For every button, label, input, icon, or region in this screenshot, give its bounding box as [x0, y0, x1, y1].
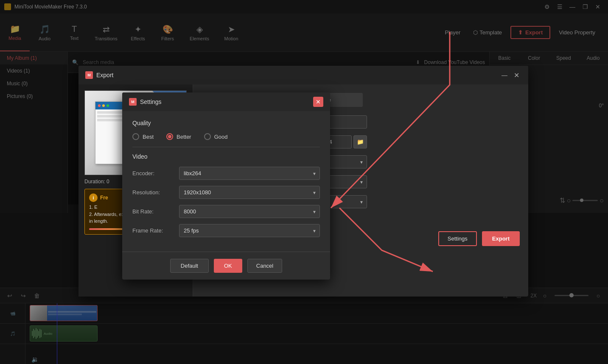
notice-title: Fre — [100, 195, 108, 201]
notice-icon: i — [89, 193, 98, 202]
export-close-button[interactable]: ✕ — [511, 70, 521, 80]
settings-frame-rate-field: Frame Rate: 25 fps 30 fps 60 fps ▼ — [132, 224, 320, 237]
quality-title: Quality — [132, 120, 320, 126]
settings-resolution-label: Resolution: — [132, 189, 179, 196]
app-wrapper: MiniTool MovieMaker Free 7.3.0 ⚙ ☰ — ❐ ✕… — [0, 0, 608, 364]
settings-frame-rate-select[interactable]: 25 fps 30 fps 60 fps — [179, 224, 320, 237]
bit-rate-select[interactable]: 8000 16000 4000 — [179, 205, 320, 218]
bit-rate-label: Bit Rate: — [132, 208, 179, 215]
quality-better[interactable]: Better — [166, 133, 191, 140]
quality-options: Best Better Good — [132, 133, 320, 140]
settings-resolution-field: Resolution: 1920x1080 1280x720 ▼ — [132, 186, 320, 199]
encoder-field: Encoder: libx264 libx265 ▼ — [132, 167, 320, 180]
settings-header: M Settings ✕ — [122, 92, 330, 111]
settings-footer: Default OK Cancel — [122, 252, 330, 280]
export-modal-header: M Export — ✕ — [78, 66, 528, 84]
video-section-title: Video — [132, 153, 320, 160]
quality-best[interactable]: Best — [132, 133, 154, 140]
settings-content: Quality Best Better Good — [122, 111, 330, 252]
encoder-select[interactable]: libx264 libx265 — [179, 167, 320, 180]
settings-frame-rate-label: Frame Rate: — [132, 227, 179, 234]
encoder-label: Encoder: — [132, 170, 179, 176]
export-modal-logo: M — [85, 71, 93, 79]
settings-close-button[interactable]: ✕ — [313, 97, 323, 107]
settings-modal: M Settings ✕ Quality Best Better — [122, 92, 330, 280]
radio-better — [166, 133, 173, 140]
radio-best — [132, 133, 139, 140]
settings-resolution-select[interactable]: 1920x1080 1280x720 — [179, 186, 320, 199]
settings-title: Settings — [140, 98, 162, 105]
settings-resolution-select-wrapper: 1920x1080 1280x720 ▼ — [179, 186, 320, 199]
radio-good — [204, 133, 211, 140]
quality-good[interactable]: Good — [204, 133, 228, 140]
export-modal-title: M Export — [85, 71, 113, 79]
folder-browse-button[interactable]: 📁 — [353, 135, 367, 148]
ok-button[interactable]: OK — [214, 259, 242, 273]
bit-rate-field: Bit Rate: 8000 16000 4000 ▼ — [132, 205, 320, 218]
export-modal-window-controls: — ✕ — [499, 70, 521, 80]
export-settings-button[interactable]: Settings — [438, 231, 477, 246]
settings-frame-rate-select-wrapper: 25 fps 30 fps 60 fps ▼ — [179, 224, 320, 237]
cancel-button[interactable]: Cancel — [247, 259, 282, 273]
default-button[interactable]: Default — [170, 259, 209, 273]
settings-title-group: M Settings — [129, 98, 162, 106]
settings-divider — [132, 147, 320, 147]
settings-logo: M — [129, 98, 137, 106]
export-minimize-button[interactable]: — — [499, 70, 510, 80]
encoder-select-wrapper: libx264 libx265 ▼ — [179, 167, 320, 180]
export-export-button[interactable]: Export — [482, 231, 520, 246]
bit-rate-select-wrapper: 8000 16000 4000 ▼ — [179, 205, 320, 218]
